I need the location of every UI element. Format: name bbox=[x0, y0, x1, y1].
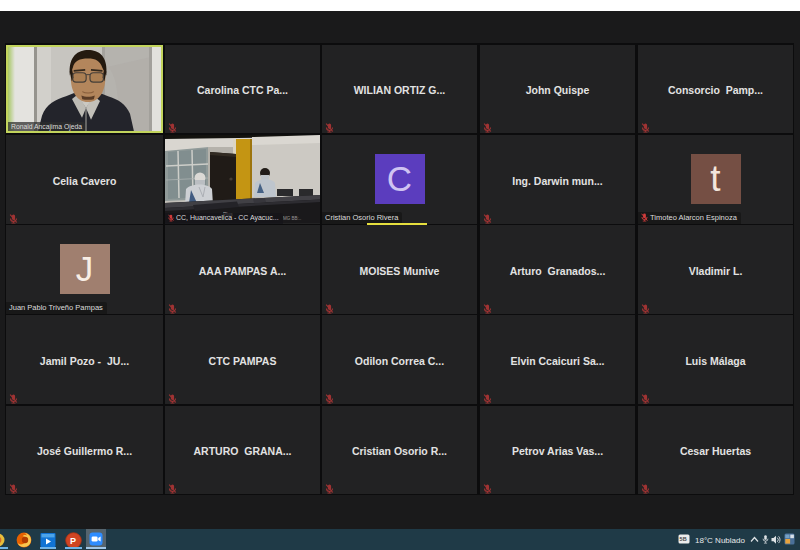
svg-text:5B: 5B bbox=[680, 536, 687, 542]
svg-text:P: P bbox=[70, 536, 76, 546]
